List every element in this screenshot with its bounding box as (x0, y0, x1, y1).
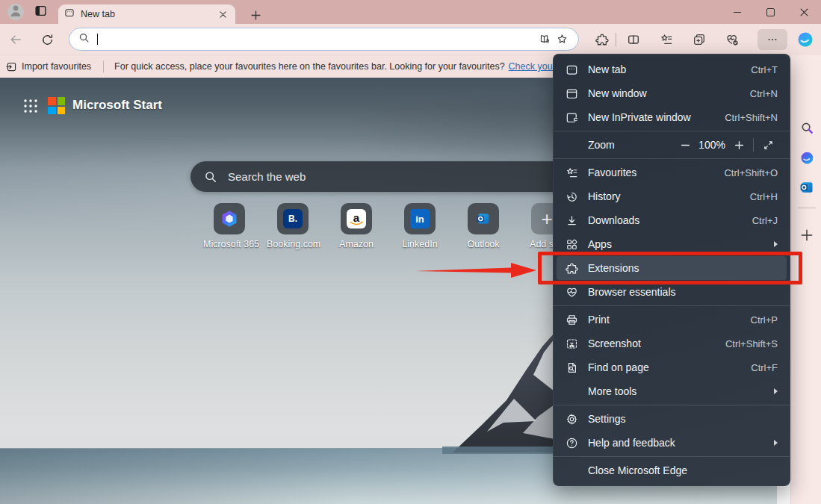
outlook-icon (799, 180, 814, 195)
workspaces-icon (34, 4, 47, 20)
shortcut-amazon[interactable]: a Amazon (330, 203, 382, 249)
app-launcher-grid-icon (23, 99, 38, 113)
split-screen-icon (627, 33, 640, 46)
microsoft-logo (48, 97, 65, 114)
favourites-bar-divider (103, 60, 104, 72)
split-screen-button[interactable] (623, 29, 644, 50)
sidebar-search-button[interactable] (797, 118, 817, 137)
favourites-star-list-icon (660, 33, 673, 46)
web-search-box[interactable]: Search the web (190, 161, 579, 192)
background-mountain (442, 327, 554, 454)
browser-essentials-icon (725, 33, 739, 46)
menu-separator (554, 405, 790, 405)
zoom-divider (753, 138, 754, 152)
menu-item-extensions[interactable]: Extensions (557, 256, 787, 280)
fullscreen-button[interactable] (758, 135, 778, 155)
close-icon (800, 8, 808, 16)
maximize-icon (766, 8, 775, 16)
downloads-icon (564, 213, 579, 228)
menu-item-browser-essentials[interactable]: Browser essentials (554, 280, 790, 304)
read-aloud-icon (538, 33, 551, 46)
menu-item-help-and-feedback[interactable]: Help and feedback (554, 431, 790, 455)
new-tab-button[interactable] (247, 7, 264, 23)
shortcut-booking[interactable]: B. Booking.com (267, 203, 319, 249)
menu-item-settings[interactable]: Settings (554, 407, 790, 431)
tab-icon (64, 7, 75, 21)
sidebar-add-button[interactable] (797, 225, 817, 245)
menu-item-screenshot[interactable]: Screenshot Ctrl+Shift+S (554, 332, 790, 355)
booking-tile: B. (277, 203, 309, 234)
menu-item-favourites[interactable]: Favourites Ctrl+Shift+O (554, 161, 790, 184)
address-bar[interactable] (69, 28, 579, 51)
extensions-puzzle-icon (595, 33, 609, 46)
menu-item-close-microsoft-edge[interactable]: Close Microsoft Edge (554, 458, 790, 482)
menu-item-print[interactable]: Print Ctrl+P (554, 308, 790, 332)
minimize-button[interactable] (720, 0, 754, 24)
sidebar-microsoft365-button[interactable] (797, 148, 817, 167)
back-button[interactable] (6, 30, 25, 49)
new-window-icon (564, 86, 579, 101)
search-icon (204, 170, 217, 184)
add-favourite-button[interactable] (553, 31, 571, 49)
microsoft-365-icon (220, 209, 239, 228)
plus-icon: + (541, 209, 552, 228)
text-caret (97, 34, 98, 45)
settings-and-more-button[interactable] (758, 29, 787, 50)
page-title: Microsoft Start (72, 96, 162, 114)
shortcut-microsoft-365[interactable]: Microsoft 365 (203, 203, 255, 249)
collections-icon (693, 33, 706, 46)
read-aloud-button[interactable] (535, 31, 553, 49)
browser-essentials-button[interactable] (722, 29, 743, 50)
extensions-toolbar-button[interactable] (592, 29, 613, 50)
linkedin-tile: in (404, 203, 436, 234)
refresh-button[interactable] (37, 30, 57, 49)
find-on-page-icon (564, 360, 579, 375)
sidebar-divider (798, 208, 816, 208)
import-favourites-button[interactable]: Import favourites (6, 61, 91, 72)
menu-item-new-inprivate-window[interactable]: New InPrivate window Ctrl+Shift+N (554, 105, 790, 129)
menu-item-history[interactable]: History Ctrl+H (554, 184, 790, 208)
window-controls (720, 0, 821, 24)
collections-button[interactable] (689, 29, 710, 50)
shortcut-outlook[interactable]: Outlook (457, 203, 509, 249)
app-launcher-button[interactable] (22, 98, 39, 114)
zoom-out-button[interactable] (675, 135, 695, 155)
menu-item-apps[interactable]: Apps (554, 232, 790, 256)
menu-separator (554, 158, 790, 159)
history-icon (564, 189, 579, 204)
favourites-toolbar-button[interactable] (656, 29, 677, 50)
submenu-arrow-icon (774, 388, 778, 394)
sidebar-outlook-button[interactable] (797, 178, 817, 197)
menu-item-new-window[interactable]: New window Ctrl+N (554, 81, 790, 105)
amazon-icon: a (347, 209, 366, 228)
menu-item-find-on-page[interactable]: Find on page Ctrl+F (554, 355, 790, 379)
maximize-button[interactable] (754, 0, 787, 24)
copilot-button[interactable] (795, 29, 816, 50)
menu-item-downloads[interactable]: Downloads Ctrl+J (554, 208, 790, 232)
help-icon (564, 435, 579, 450)
tab-new-tab[interactable]: New tab (58, 4, 235, 24)
apps-icon (564, 237, 579, 252)
shortcut-label: LinkedIn (394, 239, 446, 249)
menu-separator (554, 131, 790, 131)
back-arrow-icon (9, 33, 22, 46)
workspaces-button[interactable] (31, 3, 49, 21)
menu-item-zoom: Zoom 100% (554, 133, 790, 157)
navigation-toolbar (0, 24, 821, 55)
import-favourites-label: Import favourites (22, 61, 91, 72)
tab-close-button[interactable] (217, 8, 229, 21)
print-icon (564, 312, 579, 327)
shortcut-linkedin[interactable]: in LinkedIn (394, 203, 446, 249)
title-bar: New tab (0, 0, 821, 24)
submenu-arrow-icon (774, 440, 778, 446)
settings-and-more-menu: New tab Ctrl+T New window Ctrl+N New InP… (553, 54, 790, 486)
shortcut-label: Outlook (457, 239, 509, 249)
zoom-in-button[interactable] (729, 135, 749, 155)
shortcut-label: Amazon (330, 239, 382, 249)
close-button[interactable] (787, 0, 821, 24)
outlook-icon (476, 211, 491, 226)
menu-item-more-tools[interactable]: More tools (554, 379, 790, 403)
favourites-bar-message: For quick access, place your favourites … (114, 61, 505, 72)
profile-button[interactable] (7, 4, 24, 20)
menu-item-new-tab[interactable]: New tab Ctrl+T (554, 57, 790, 81)
